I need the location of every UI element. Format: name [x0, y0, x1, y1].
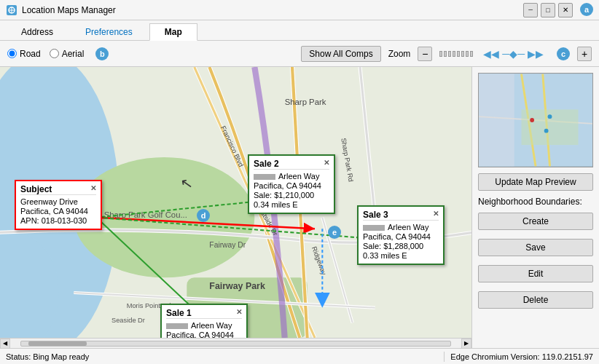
zoom-label: Zoom — [388, 49, 411, 59]
svg-text:Fairway Dr: Fairway Dr — [209, 241, 246, 249]
c-badge: c — [557, 47, 570, 60]
status-divider — [444, 352, 445, 362]
radio-road-input[interactable] — [7, 49, 17, 58]
sale1-card-close[interactable]: ✕ — [236, 308, 242, 318]
tab-bar: Address Preferences Map — [0, 20, 599, 41]
svg-point-28 — [530, 118, 534, 122]
map-type-radio-group: Road Aerial b — [7, 47, 109, 60]
scroll-track[interactable] — [20, 341, 451, 347]
zoom-tick — [457, 51, 460, 57]
sale2-card: Sale 2 ✕ Arleen Way Pacifica, CA 94044 S… — [248, 154, 335, 214]
scroll-right-arrow[interactable]: ▶ — [461, 339, 471, 349]
map-area[interactable]: Sharp Park Fairway Park Sharp Park Golf … — [0, 67, 471, 348]
e-badge: e — [328, 226, 341, 239]
zoom-slider[interactable] — [439, 51, 473, 57]
zoom-tick — [466, 51, 469, 57]
create-button[interactable]: Create — [478, 213, 593, 230]
zoom-minus-button[interactable]: − — [418, 47, 432, 61]
tab-address[interactable]: Address — [6, 23, 68, 41]
radio-road[interactable]: Road — [7, 49, 41, 59]
statusbar: Status: Bing Map ready Edge Chromium Ver… — [0, 348, 599, 364]
svg-rect-26 — [479, 74, 514, 167]
delete-button[interactable]: Delete — [478, 291, 593, 309]
subject-card-close[interactable]: ✕ — [90, 184, 96, 194]
b-badge: b — [95, 47, 109, 60]
map-preview — [478, 73, 593, 167]
close-button[interactable]: ✕ — [558, 3, 573, 17]
zoom-tick — [470, 51, 473, 57]
d-badge: d — [197, 209, 210, 222]
radio-aerial[interactable]: Aerial — [50, 49, 85, 59]
zoom-tick — [448, 51, 451, 57]
save-button[interactable]: Save — [478, 239, 593, 256]
window-title: Location Maps Manager — [22, 5, 116, 15]
scroll-thumb[interactable] — [28, 341, 87, 346]
update-map-preview-button[interactable]: Update Map Preview — [478, 173, 593, 191]
neighborhood-label: Neighborhood Boundaries: — [478, 197, 593, 207]
preview-map-image — [479, 74, 592, 167]
map-scrollbar[interactable]: ◀ ▶ — [0, 338, 471, 348]
svg-text:Fairway Park: Fairway Park — [209, 281, 265, 291]
zoom-tick — [453, 51, 455, 57]
tab-map[interactable]: Map — [149, 23, 197, 41]
toolbar: Road Aerial b Show All Comps Zoom − ◀◀ ─… — [0, 41, 599, 67]
zoom-tick — [461, 51, 464, 57]
zoom-tick — [439, 51, 442, 57]
restore-button[interactable]: □ — [541, 3, 555, 17]
show-comps-button[interactable]: Show All Comps — [301, 46, 380, 62]
sale2-card-close[interactable]: ✕ — [324, 159, 329, 169]
title-bar: Location Maps Manager ─ □ ✕ a — [0, 0, 599, 20]
zoom-arrows: ◀◀ ─◆─ ▶▶ — [483, 48, 544, 60]
svg-text:Sharp Park: Sharp Park — [285, 98, 326, 106]
a-badge: a — [580, 3, 593, 16]
scroll-left-arrow[interactable]: ◀ — [0, 339, 10, 349]
radio-aerial-input[interactable] — [50, 49, 59, 58]
edit-button[interactable]: Edit — [478, 265, 593, 282]
main-content: Sharp Park Fairway Park Sharp Park Golf … — [0, 67, 599, 348]
svg-text:Seaside Dr: Seaside Dr — [111, 317, 145, 324]
sale3-card: Sale 3 ✕ Arleen Way Pacifica, CA 94044 S… — [357, 205, 445, 265]
zoom-tick — [444, 51, 447, 57]
status-right: Edge Chromium Version: 119.0.2151.97 — [450, 352, 593, 361]
subject-card: Subject ✕ Greenway Drive Pacifica, CA 94… — [15, 180, 102, 230]
minimize-button[interactable]: ─ — [523, 3, 538, 17]
right-panel: Update Map Preview Neighborhood Boundari… — [471, 67, 599, 348]
tab-preferences[interactable]: Preferences — [70, 23, 148, 41]
svg-point-29 — [548, 114, 552, 119]
sale3-card-close[interactable]: ✕ — [433, 210, 439, 220]
zoom-plus-button[interactable]: + — [577, 47, 592, 61]
svg-point-30 — [544, 129, 549, 133]
status-left: Status: Bing Map ready — [6, 352, 438, 361]
app-icon — [6, 4, 17, 16]
